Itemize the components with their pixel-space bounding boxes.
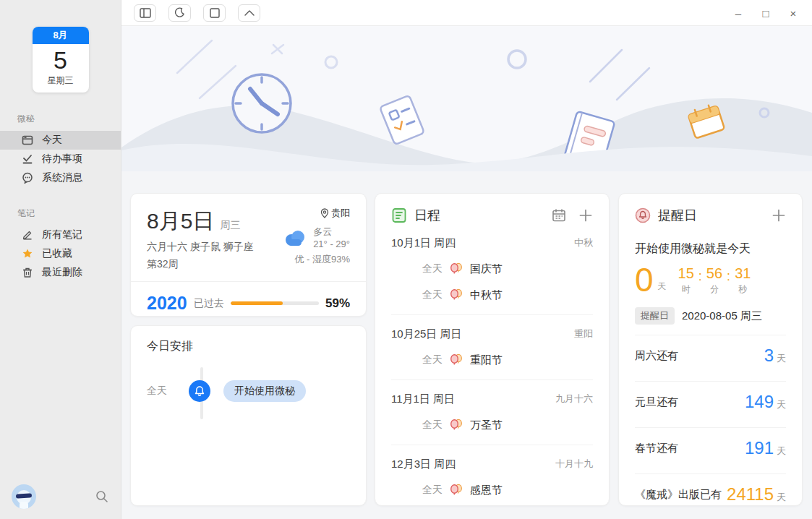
dark-mode-moon-button[interactable] [168,4,191,22]
reminder-add-icon[interactable] [772,208,786,223]
countdown-hours: 15 [678,265,694,282]
reminder-row-label: 春节还有 [635,442,678,455]
bell-icon [189,380,210,402]
divider [131,281,366,282]
pencil-icon [22,229,33,241]
collapse-banner-button[interactable] [238,4,260,22]
sidebar: 8月 5 星期三 微秘 今天 待办事项 系统消息 笔记 [0,0,121,519]
sidebar-item-today[interactable]: 今天 [0,131,121,150]
sidebar-item-label: 今天 [42,134,62,147]
year-progress-fill [231,301,283,305]
countdown-colon: : [727,269,730,296]
balloons-icon [448,261,464,277]
reminder-headline[interactable]: 开始使用微秘就是今天 [635,241,786,257]
toggle-sidebar-button[interactable] [134,4,156,22]
section-title-notes: 笔记 [0,207,121,226]
divider [635,381,786,382]
schedule-group-date: 10月25日 周日 [391,327,462,341]
schedule-calendar-icon[interactable] [552,208,566,223]
today-lunar: 六月十六 庚子鼠 狮子座 [147,241,254,254]
event-label: 万圣节 [470,419,503,432]
section-title-weimi: 微秘 [0,113,121,131]
schedule-event[interactable]: 全天 中秋节 [391,282,593,308]
reminder-row[interactable]: 《魔戒》出版已有 24115 天 [635,479,786,506]
reminder-row[interactable]: 周六还有 3 天 [635,340,786,371]
reminder-row-label: 元旦还有 [635,395,678,409]
reminder-row-value: 149 [745,392,774,412]
reminder-row-unit: 天 [777,352,786,365]
schedule-add-icon[interactable] [578,208,593,223]
reminder-row-value: 191 [745,438,774,458]
star-icon [22,248,33,260]
today-plan-card: 今日安排 全天 开始使用微秘 [130,325,367,506]
date-card-weekday: 星期三 [33,74,89,93]
schedule-group-tag: 九月十六 [555,393,593,406]
reminder-row[interactable]: 元旦还有 149 天 [635,387,786,417]
schedule-title: 日程 [414,207,552,224]
reminder-row-value: 24115 [727,484,774,505]
sidebar-item-messages[interactable]: 系统消息 [0,168,121,187]
year-progress-bar [231,301,319,305]
sidebar-item-trash[interactable]: 最近删除 [0,263,121,282]
sidebar-date-card[interactable]: 8月 5 星期三 [33,27,89,93]
countdown-days: 0 [635,264,654,296]
close-button[interactable]: × [783,3,803,23]
date-card-month: 8月 [33,27,89,44]
maximize-button[interactable]: □ [756,3,776,23]
today-weekday: 周三 [220,219,240,232]
schedule-event[interactable]: 全天 感恩节 [391,477,593,503]
divider [391,379,593,380]
weather-air-humidity: 优 - 湿度93% [283,253,350,266]
countdown-hours-label: 时 [678,283,694,296]
plan-item-time: 全天 [147,385,177,398]
avatar-body [20,502,28,509]
countdown-colon: : [698,269,702,296]
event-time: 全天 [422,484,443,497]
user-avatar[interactable] [12,484,36,509]
sidebar-item-todo[interactable]: 待办事项 [0,150,121,168]
event-label: 感恩节 [470,484,503,497]
schedule-event[interactable]: 全天 国庆节 [391,256,593,282]
reminder-row-label: 周六还有 [635,349,678,363]
schedule-group: 10月25日 周日 重阳 全天 重阳节 [391,321,593,380]
sidebar-item-label: 系统消息 [42,171,82,184]
today-week-number: 第32周 [147,258,254,271]
plan-item[interactable]: 全天 开始使用微秘 [147,374,350,408]
schedule-group: 10月1日 周四 中秋 全天 国庆节 全天 中秋节 [391,230,593,315]
schedule-group-tag: 重阳 [574,327,593,340]
year-label: 2020 [147,293,187,314]
balloons-icon [448,287,464,303]
schedule-card: 日程 10月1日 周四 中秋 全天 国庆节 全天 [375,193,610,506]
year-progress-percent: 59% [325,296,350,311]
schedule-group-date: 10月1日 周四 [391,236,456,250]
minimize-button[interactable]: – [728,3,748,23]
reminder-row-value: 3 [764,346,774,366]
today-plan-title: 今日安排 [147,339,350,354]
main-area: – □ × [121,0,812,519]
reminder-badge: 提醒日 [635,307,675,325]
weather-city[interactable]: 贵阳 [331,207,350,220]
calendar-icon [22,134,33,146]
sidebar-item-all-notes[interactable]: 所有笔记 [0,226,121,244]
countdown-minutes-label: 分 [706,283,722,296]
reminder-row-label: 《魔戒》出版已有 [635,488,722,502]
balloons-icon [448,482,464,498]
schedule-group: 12月3日 周四 十月十九 全天 感恩节 [391,451,593,503]
schedule-group-date: 11月1日 周日 [391,393,455,406]
todo-check-icon [22,153,33,165]
schedule-group: 11月1日 周日 九月十六 全天 万圣节 [391,386,593,445]
weather-temp-range: 21° - 29° [313,239,350,249]
sidebar-item-starred[interactable]: 已收藏 [0,244,121,263]
window-layout-button[interactable] [203,4,226,22]
schedule-event[interactable]: 全天 重阳节 [391,347,593,373]
reminder-row[interactable]: 春节还有 191 天 [635,433,786,463]
balloons-icon [448,352,464,368]
reminder-title: 提醒日 [658,207,772,224]
reminder-row-unit: 天 [777,491,786,504]
divider [391,445,593,445]
event-label: 重阳节 [470,353,503,367]
search-icon[interactable] [95,489,109,504]
schedule-group-date: 12月3日 周四 [391,458,456,471]
schedule-event[interactable]: 全天 万圣节 [391,412,593,438]
countdown-seconds: 31 [735,265,751,282]
